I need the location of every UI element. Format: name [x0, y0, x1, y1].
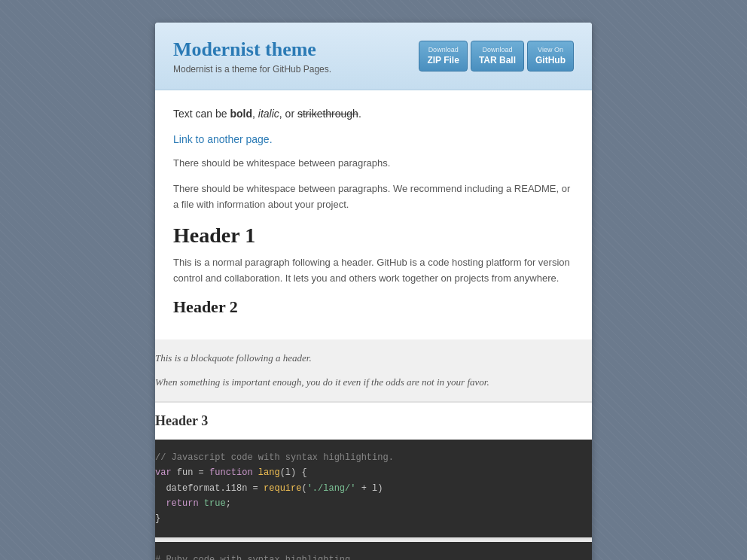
ruby-code-comment: # Ruby code with syntax highlighting	[155, 552, 592, 560]
para1: There should be whitespace between parag…	[173, 156, 574, 172]
blockquote-line1: This is a blockquote following a header.	[155, 350, 592, 367]
intro-comma: ,	[252, 108, 258, 120]
h1-paragraph: This is a normal paragraph following a h…	[173, 255, 574, 287]
download-tar-label-main: TAR Ball	[479, 55, 516, 67]
js-code-comment: // Javascript code with syntax highlight…	[155, 450, 592, 465]
download-zip-label-main: ZIP File	[427, 55, 459, 67]
intro-period: .	[358, 108, 361, 120]
view-on-github-button[interactable]: View On GitHub	[527, 41, 574, 72]
intro-text-prefix: Text can be	[173, 108, 230, 120]
site-title-block: Modernist theme Modernist is a theme for…	[173, 38, 331, 75]
intro-or: , or	[279, 108, 297, 120]
intro-paragraph: Text can be bold, italic, or strikethrou…	[173, 105, 574, 122]
js-code-line2: dateformat.i18n = require('./lang/' + l)	[155, 481, 592, 496]
js-code-block: // Javascript code with syntax highlight…	[155, 440, 592, 537]
blockquote-line1-text: This is a blockquote following a header.	[155, 352, 312, 364]
site-title: Modernist theme	[173, 38, 331, 61]
header-buttons: Download ZIP File Download TAR Ball View…	[419, 41, 574, 72]
link-to-another-page[interactable]: Link to another page.	[173, 133, 574, 145]
page-container: Modernist theme Modernist is a theme for…	[155, 23, 592, 560]
header3-section: Header 3	[155, 401, 592, 440]
download-tar-label-top: Download	[479, 46, 516, 55]
js-code-line3: return true;	[155, 496, 592, 511]
js-code-line1: var fun = function lang(l) {	[155, 465, 592, 480]
blockquote-line2: When something is important enough, you …	[155, 374, 592, 391]
intro-bold: bold	[230, 108, 253, 120]
download-tar-button[interactable]: Download TAR Ball	[471, 41, 524, 72]
header-3: Header 3	[155, 402, 592, 440]
main-content: Text can be bold, italic, or strikethrou…	[155, 90, 592, 339]
download-zip-label-top: Download	[427, 46, 459, 55]
para2: There should be whitespace between parag…	[173, 181, 574, 213]
ruby-code-block: # Ruby code with syntax highlighting Git…	[155, 542, 592, 560]
intro-strikethrough: strikethrough	[297, 108, 358, 120]
intro-italic: italic	[258, 108, 279, 120]
blockquote-line2-text: When something is important enough, you …	[155, 376, 489, 388]
view-on-label-top: View On	[535, 46, 566, 55]
view-on-label-main: GitHub	[535, 55, 566, 67]
js-code-line4: }	[155, 511, 592, 526]
blockquote-section: This is a blockquote following a header.…	[155, 339, 592, 401]
header-1: Header 1	[173, 224, 574, 248]
site-header: Modernist theme Modernist is a theme for…	[155, 23, 592, 90]
header-2: Header 2	[173, 297, 574, 317]
site-subtitle: Modernist is a theme for GitHub Pages.	[173, 64, 331, 75]
download-zip-button[interactable]: Download ZIP File	[419, 41, 467, 72]
